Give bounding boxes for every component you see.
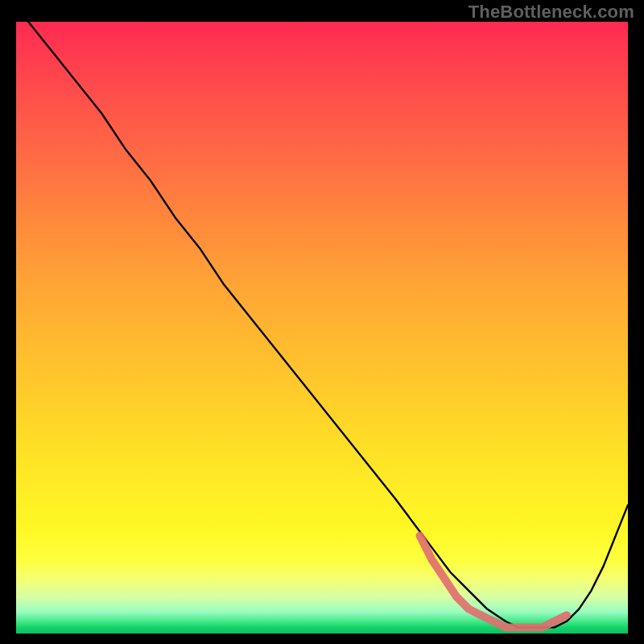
curve-layer (16, 22, 628, 634)
watermark-text: TheBottleneck.com (469, 2, 634, 23)
bottleneck-curve-path (28, 22, 628, 627)
chart-frame: TheBottleneck.com (0, 0, 644, 644)
gradient-plot-area (16, 22, 628, 634)
